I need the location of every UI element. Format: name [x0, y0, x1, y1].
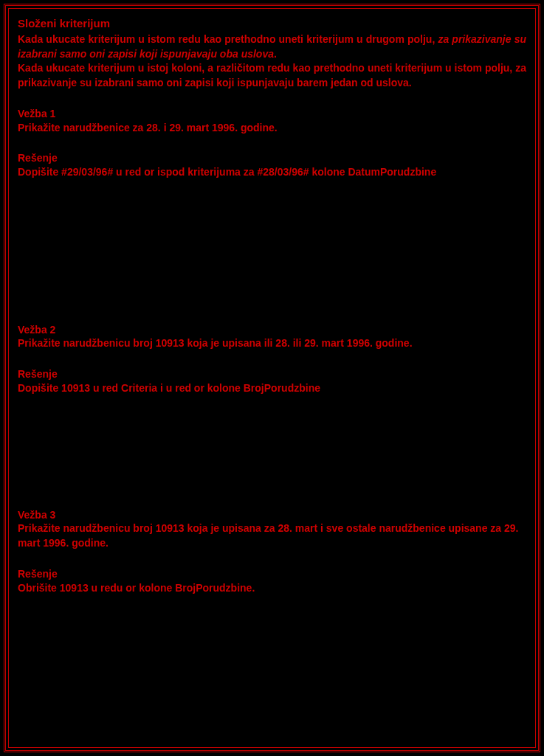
intro-col-prefix: Kada ukucate kriterijum u istoj koloni, …: [18, 62, 515, 74]
image-placeholder-2: [18, 396, 526, 492]
solution-1-body: Dopišite #29/03/96# u red or ispod krite…: [18, 165, 526, 180]
inner-border: Složeni kriterijum Kada ukucate kriterij…: [8, 8, 536, 748]
exercise-2-body: Prikažite narudžbenicu broj 10913 koja j…: [18, 336, 526, 351]
image-placeholder-3: [18, 595, 526, 748]
solution-2-heading: Rešenje: [18, 367, 526, 381]
solution-3-heading: Rešenje: [18, 567, 526, 581]
image-placeholder-1: [18, 180, 526, 307]
page-title: Složeni kriterijum: [18, 16, 526, 31]
outer-double-border: Složeni kriterijum Kada ukucate kriterij…: [4, 4, 540, 752]
intro-paragraph-col: Kada ukucate kriterijum u istoj koloni, …: [18, 61, 526, 90]
exercise-2-heading: Vežba 2: [18, 323, 526, 337]
solution-2-body: Dopišite 10913 u red Criteria i u red or…: [18, 381, 526, 396]
solution-1-heading: Rešenje: [18, 151, 526, 165]
exercise-1-body: Prikažite narudžbenice za 28. i 29. mart…: [18, 121, 526, 136]
exercise-3-heading: Vežba 3: [18, 508, 526, 522]
intro-row-prefix: Kada ukucate kriterijum u istom redu kao…: [18, 33, 438, 45]
solution-3-body: Obrišite 10913 u redu or kolone BrojPoru…: [18, 581, 526, 596]
intro-paragraph-row: Kada ukucate kriterijum u istom redu kao…: [18, 32, 526, 61]
exercise-3-body: Prikažite narudžbenicu broj 10913 koja j…: [18, 521, 526, 550]
intro-row-suffix: .: [274, 48, 277, 60]
exercise-1-heading: Vežba 1: [18, 107, 526, 121]
